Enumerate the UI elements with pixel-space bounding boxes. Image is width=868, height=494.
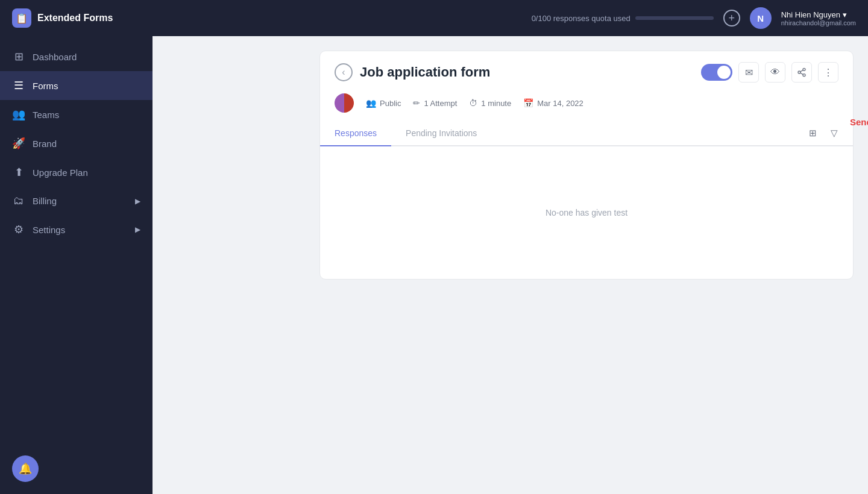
form-card: ‹ Job application form ✉ 👁 <box>319 51 854 280</box>
app-name: Extended Forms <box>37 13 113 23</box>
sidebar-item-upgrade-plan[interactable]: ⬆ Upgrade Plan <box>0 158 153 187</box>
settings-icon: ⚙ <box>12 223 25 236</box>
sidebar-item-forms[interactable]: ☰ Forms <box>0 71 153 100</box>
chevron-right-icon: ▶ <box>135 197 140 205</box>
meta-attempts: ✏ 1 Attempt <box>413 98 457 108</box>
form-title-left: ‹ Job application form <box>335 63 490 81</box>
forms-icon: ☰ <box>12 79 25 92</box>
logo-icon: 📋 <box>12 8 31 28</box>
app-logo: 📋 Extended Forms <box>0 0 153 36</box>
notification-bell-button[interactable]: 🔔 <box>12 455 39 482</box>
empty-state: No-one has given test <box>320 146 853 279</box>
sidebar-item-label: Dashboard <box>33 52 77 62</box>
sidebar-item-label: Billing <box>33 196 57 206</box>
attempts-label: 1 Attempt <box>424 99 457 108</box>
sidebar-item-label: Upgrade Plan <box>33 167 88 178</box>
meta-duration: ⏱ 1 minute <box>469 98 511 108</box>
tabs-row: Responses Pending Invitations ⊞ ▽ <box>320 121 853 146</box>
topbar: 0/100 responses quota used + N Nhi Hien … <box>153 0 868 36</box>
user-info: Nhi Hien Nguyen ▾ nhirachandol@gmail.com <box>781 10 856 27</box>
avatar[interactable]: N <box>750 7 772 29</box>
svg-line-4 <box>800 70 804 72</box>
sidebar-item-settings[interactable]: ⚙ Settings ▶ <box>0 215 153 244</box>
sidebar-item-label: Forms <box>33 81 58 91</box>
user-email: nhirachandol@gmail.com <box>781 19 856 27</box>
clock-icon: ⏱ <box>469 98 477 108</box>
form-card-wrapper: ‹ Job application form ✉ 👁 <box>319 51 854 280</box>
chevron-right-icon: ▶ <box>135 225 140 234</box>
svg-line-3 <box>800 73 804 75</box>
quota-progress-bar <box>635 16 714 20</box>
quota-text: 0/100 responses quota used <box>532 14 631 23</box>
form-actions: ✉ 👁 ⋮ <box>701 62 838 83</box>
calendar-icon: 📅 <box>523 98 533 108</box>
pencil-icon: ✏ <box>413 98 420 108</box>
main-content: ‹ Job application form ✉ 👁 <box>305 36 868 494</box>
visibility-label: Public <box>380 99 401 108</box>
tab-responses[interactable]: Responses <box>320 121 391 146</box>
form-title: Job application form <box>360 64 490 80</box>
preview-button[interactable]: 👁 <box>765 62 785 83</box>
brand-icon: 🚀 <box>12 137 25 150</box>
form-card-header: ‹ Job application form ✉ 👁 <box>320 51 853 121</box>
more-options-button[interactable]: ⋮ <box>818 62 838 83</box>
teams-icon: 👥 <box>12 108 25 121</box>
quota-section: 0/100 responses quota used <box>532 14 714 23</box>
sidebar: 📋 Extended Forms ⊞ Dashboard ☰ Forms 👥 T… <box>0 0 153 494</box>
form-title-row: ‹ Job application form ✉ 👁 <box>335 62 838 83</box>
meta-visibility: 👥 Public <box>366 98 401 108</box>
toggle-switch[interactable] <box>701 64 732 81</box>
sidebar-item-dashboard[interactable]: ⊞ Dashboard <box>0 42 153 71</box>
dashboard-icon: ⊞ <box>12 50 25 63</box>
billing-icon: 🗂 <box>12 195 25 207</box>
add-button[interactable]: + <box>723 10 740 27</box>
meta-date: 📅 Mar 14, 2022 <box>523 98 583 108</box>
date-label: Mar 14, 2022 <box>537 99 583 108</box>
form-meta-row: 👥 Public ✏ 1 Attempt ⏱ 1 minute 📅 Mar 14… <box>335 89 838 121</box>
tab-actions: ⊞ ▽ <box>804 121 853 145</box>
sidebar-navigation: ⊞ Dashboard ☰ Forms 👥 Teams 🚀 Brand ⬆ Up… <box>0 36 153 455</box>
visibility-icon: 👥 <box>366 98 376 108</box>
sidebar-item-brand[interactable]: 🚀 Brand <box>0 129 153 158</box>
duration-label: 1 minute <box>481 99 511 108</box>
filter-columns-button[interactable]: ⊞ <box>804 124 822 142</box>
share-button[interactable] <box>791 62 812 83</box>
sidebar-item-label: Brand <box>33 139 57 149</box>
form-color-icon <box>335 93 354 113</box>
sidebar-item-billing[interactable]: 🗂 Billing ▶ <box>0 187 153 215</box>
filter-button[interactable]: ▽ <box>825 124 843 142</box>
sidebar-item-label: Settings <box>33 225 65 235</box>
toggle-knob <box>717 66 731 79</box>
user-name: Nhi Hien Nguyen ▾ <box>781 10 856 19</box>
tab-pending-invitations[interactable]: Pending Invitations <box>391 121 491 146</box>
sidebar-item-label: Teams <box>33 110 59 120</box>
empty-state-text: No-one has given test <box>546 208 627 217</box>
send-invitation-button[interactable]: ✉ <box>738 62 759 83</box>
back-button[interactable]: ‹ <box>335 63 353 81</box>
upgrade-icon: ⬆ <box>12 166 25 179</box>
sidebar-item-teams[interactable]: 👥 Teams <box>0 100 153 129</box>
